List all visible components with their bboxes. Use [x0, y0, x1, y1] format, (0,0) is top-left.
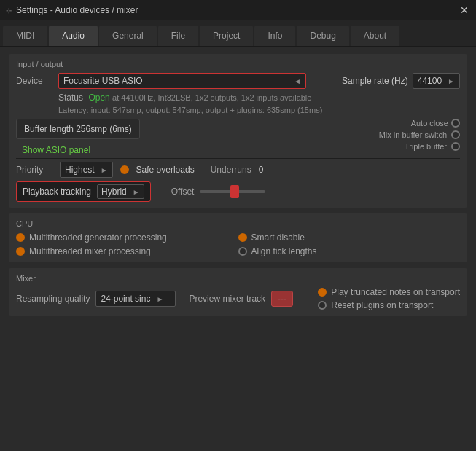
- align-tick-row: Align tick lengths: [238, 246, 461, 256]
- sample-rate-group: Sample rate (Hz) 44100 ►: [342, 73, 460, 89]
- triple-buffer-label: Triple buffer: [405, 142, 447, 151]
- triple-buffer-option: Triple buffer: [405, 142, 460, 151]
- priority-row: Priority Highest ► Safe overloads Underr…: [16, 162, 460, 178]
- slider-track: [200, 190, 265, 193]
- show-asio-button[interactable]: Show ASIO panel: [22, 145, 90, 155]
- window-title: Settings - Audio devices / mixer: [16, 5, 138, 15]
- offset-label: Offset: [171, 187, 195, 197]
- close-button[interactable]: ✕: [459, 4, 470, 16]
- mix-in-buffer-label: Mix in buffer switch: [379, 130, 447, 139]
- resample-label: Resampling quality: [16, 294, 90, 304]
- smart-disable-label: Smart disable: [251, 232, 305, 243]
- right-options: Auto close Mix in buffer switch Triple b…: [379, 119, 460, 151]
- multithreaded-gen-indicator[interactable]: [16, 233, 25, 242]
- tab-about[interactable]: About: [351, 26, 399, 46]
- smart-disable-indicator[interactable]: [238, 233, 247, 242]
- preview-button[interactable]: ---: [271, 291, 293, 307]
- priority-arrow: ►: [101, 166, 108, 174]
- sample-rate-arrow: ►: [448, 77, 455, 85]
- device-dropdown[interactable]: Focusrite USB ASIO ◄: [58, 73, 306, 89]
- priority-value: Highest: [65, 165, 95, 175]
- tab-project[interactable]: Project: [200, 26, 253, 46]
- align-tick-label: Align tick lengths: [251, 246, 317, 256]
- cpu-title: CPU: [16, 219, 460, 228]
- tab-midi[interactable]: MIDI: [3, 26, 47, 46]
- auto-close-toggle[interactable]: [451, 119, 460, 128]
- preview-label: Preview mixer track: [189, 294, 265, 304]
- offset-slider[interactable]: [200, 190, 265, 193]
- reset-plugins-indicator[interactable]: [318, 301, 327, 310]
- offset-section: Offset: [171, 187, 266, 197]
- tab-file[interactable]: File: [158, 26, 198, 46]
- align-tick-indicator[interactable]: [238, 247, 247, 256]
- multithreaded-mixer-label: Multithreaded mixer processing: [29, 246, 151, 256]
- resample-value: 24-point sinc: [101, 294, 150, 304]
- multithreaded-gen-label: Multithreaded generator processing: [29, 232, 167, 243]
- status-open: Open: [88, 93, 109, 103]
- tab-audio[interactable]: Audio: [49, 26, 98, 46]
- mixer-row: Resampling quality 24-point sinc ► Previ…: [16, 287, 460, 310]
- multithreaded-mixer-indicator[interactable]: [16, 247, 25, 256]
- priority-label: Priority: [16, 165, 52, 175]
- input-output-title: Input / output: [16, 60, 460, 68]
- sample-rate-value: 44100: [418, 76, 442, 86]
- tab-bar: MIDI Audio General File Project Info Deb…: [0, 20, 476, 47]
- playback-dropdown[interactable]: Hybrid ►: [97, 184, 144, 199]
- transport-col: Play truncated notes on transport Reset …: [318, 287, 460, 310]
- mix-in-buffer-toggle[interactable]: [451, 130, 460, 139]
- tab-general[interactable]: General: [99, 26, 157, 46]
- truncated-notes-label: Play truncated notes on transport: [331, 287, 460, 297]
- reset-plugins-label: Reset plugins on transport: [331, 300, 433, 310]
- drag-icon: ⊹: [6, 7, 12, 15]
- cpu-col-1: Multithreaded generator processing Multi…: [16, 232, 238, 256]
- latency-text: Latency: input: 547smp, output: 547smp, …: [58, 106, 460, 114]
- safe-overloads-indicator[interactable]: [120, 165, 129, 174]
- title-bar: ⊹ Settings - Audio devices / mixer ✕: [0, 0, 476, 20]
- mixer-section: Mixer Resampling quality 24-point sinc ►…: [9, 268, 467, 316]
- playback-arrow: ►: [133, 188, 140, 196]
- cpu-col-2: Smart disable Align tick lengths: [238, 232, 461, 256]
- mix-in-buffer-option: Mix in buffer switch: [379, 130, 460, 139]
- tab-debug[interactable]: Debug: [297, 26, 348, 46]
- sample-rate-label: Sample rate (Hz): [342, 76, 408, 86]
- multithreaded-mixer-row: Multithreaded mixer processing: [16, 246, 238, 256]
- sample-rate-dropdown[interactable]: 44100 ►: [413, 73, 460, 89]
- status-detail: at 44100Hz, Int32LSB, 1x2 outputs, 1x2 i…: [112, 93, 311, 102]
- status-row: Status Open at 44100Hz, Int32LSB, 1x2 ou…: [58, 93, 460, 103]
- playback-value: Hybrid: [101, 187, 127, 197]
- priority-dropdown[interactable]: Highest ►: [60, 162, 113, 178]
- safe-overloads-label: Safe overloads: [136, 165, 195, 175]
- main-content: Input / output Device Focusrite USB ASIO…: [0, 47, 476, 329]
- truncated-notes-row: Play truncated notes on transport: [318, 287, 460, 297]
- device-row: Device Focusrite USB ASIO ◄ Sample rate …: [16, 73, 460, 89]
- input-output-section: Input / output Device Focusrite USB ASIO…: [9, 54, 467, 208]
- device-dropdown-arrow: ◄: [294, 77, 301, 85]
- buffer-box: Buffer length 256smp (6ms): [16, 119, 140, 139]
- slider-thumb[interactable]: [230, 185, 239, 198]
- underruns-label: Underruns: [211, 165, 251, 175]
- playback-label: Playback tracking: [23, 187, 91, 197]
- resample-arrow: ►: [156, 295, 163, 303]
- buffer-label: Buffer length 256smp (6ms): [24, 124, 132, 134]
- status-label: Status: [58, 93, 83, 103]
- tab-info[interactable]: Info: [254, 26, 295, 46]
- truncated-notes-indicator[interactable]: [318, 288, 327, 297]
- device-label: Device: [16, 76, 52, 86]
- auto-close-option: Auto close: [411, 119, 460, 128]
- mixer-title: Mixer: [16, 274, 460, 283]
- resample-dropdown[interactable]: 24-point sinc ►: [95, 291, 176, 307]
- triple-buffer-toggle[interactable]: [451, 142, 460, 151]
- cpu-section: CPU Multithreaded generator processing M…: [9, 213, 467, 262]
- underruns-value: 0: [259, 165, 264, 175]
- cpu-options-row: Multithreaded generator processing Multi…: [16, 232, 460, 256]
- device-value: Focusrite USB ASIO: [63, 76, 143, 86]
- playback-tracking-row: Playback tracking Hybrid ►: [16, 181, 151, 202]
- smart-disable-row: Smart disable: [238, 232, 461, 243]
- auto-close-label: Auto close: [411, 119, 448, 128]
- reset-plugins-row: Reset plugins on transport: [318, 300, 460, 310]
- multithreaded-gen-row: Multithreaded generator processing: [16, 232, 238, 243]
